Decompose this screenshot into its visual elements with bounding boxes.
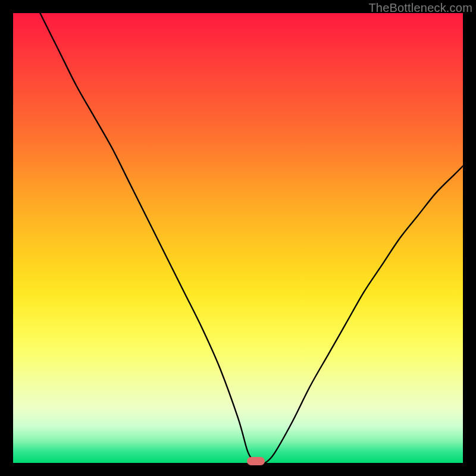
watermark-text: TheBottleneck.com (368, 1, 472, 15)
optimum-marker (247, 457, 265, 465)
bottleneck-curve (13, 13, 463, 463)
plot-area (13, 13, 463, 463)
curve-path (40, 13, 463, 464)
chart-frame: TheBottleneck.com (0, 0, 476, 476)
